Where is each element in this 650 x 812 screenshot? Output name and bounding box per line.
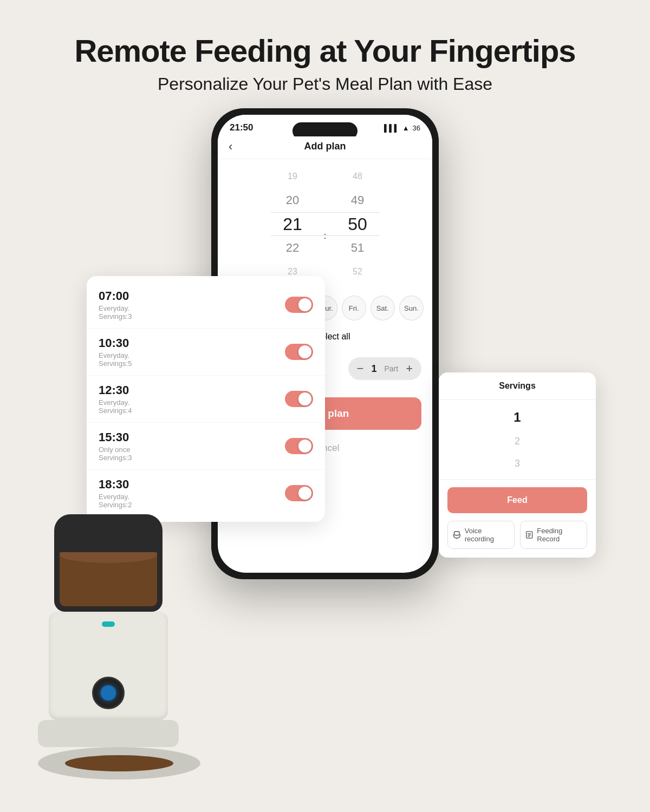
plan-info-5: 18:30 Everyday.Servings:2	[99, 477, 132, 509]
day-saturday[interactable]: Sat.	[370, 296, 395, 320]
app-title: Add plan	[304, 141, 346, 152]
wifi-icon: ▲	[402, 124, 410, 132]
main-subtitle: Personalize Your Pet's Meal Plan with Ea…	[0, 74, 650, 94]
day-friday[interactable]: Fri.	[342, 296, 366, 320]
svg-rect-0	[454, 532, 459, 535]
plan-info-2: 10:30 Everyday.Servings:5	[99, 336, 132, 368]
voice-recording-button[interactable]: Voice recording	[447, 521, 515, 549]
toggle-4[interactable]	[285, 438, 313, 454]
plan-list-overlay: 07:00 Everyday.Servings:3 10:30 Everyday…	[87, 276, 325, 522]
signal-icon: ▌▌▌	[384, 124, 399, 132]
serving-2[interactable]: 2	[439, 430, 596, 453]
time-picker-line	[271, 212, 379, 236]
page-header: Remote Feeding at Your Fingertips Person…	[0, 0, 650, 110]
toggle-1[interactable]	[285, 297, 313, 313]
toggle-2[interactable]	[285, 344, 313, 360]
toggle-3[interactable]	[285, 391, 313, 407]
minute-item: 52	[353, 260, 362, 284]
servings-title: Servings	[439, 372, 596, 400]
app-header: ‹ Add plan	[218, 136, 432, 159]
servings-popup: Servings 1 2 3 Feed Voice recording	[439, 372, 596, 558]
battery-icon: 36	[413, 124, 420, 132]
toggle-5[interactable]	[285, 485, 313, 501]
feeder-body	[38, 514, 179, 780]
quantity-value: 1	[371, 363, 376, 375]
serving-3[interactable]: 3	[439, 453, 596, 475]
quantity-control[interactable]: − 1 Part +	[348, 357, 421, 380]
feeder-base	[38, 720, 179, 747]
plan-time-2: 10:30	[99, 336, 132, 350]
pet-feeder	[27, 514, 190, 780]
phone-mockup: 21:50 ▌▌▌ ▲ 36 ‹ Add plan 19 20 21	[211, 108, 439, 579]
back-button[interactable]: ‹	[229, 140, 232, 154]
plan-info-1: 07:00 Everyday.Servings:3	[99, 289, 132, 320]
plan-time-3: 12:30	[99, 383, 132, 397]
increment-button[interactable]: +	[406, 362, 413, 376]
plan-item-3[interactable]: 12:30 Everyday.Servings:4	[87, 376, 325, 423]
plan-info-3: 12:30 Everyday.Servings:4	[99, 383, 132, 415]
hour-item: 19	[288, 165, 297, 188]
feed-button[interactable]: Feed	[447, 487, 587, 513]
plan-item-1[interactable]: 07:00 Everyday.Servings:3	[87, 281, 325, 329]
feeder-camera	[92, 677, 125, 709]
feeder-light	[102, 621, 115, 627]
serving-1[interactable]: 1	[439, 404, 596, 430]
feeder-bowl-food	[65, 755, 173, 771]
plan-item-4[interactable]: 15:30 Only onceServings:3	[87, 423, 325, 470]
feeder-bowl	[38, 747, 200, 780]
voice-recording-label: Voice recording	[465, 527, 510, 543]
status-bar: 21:50 ▌▌▌ ▲ 36	[218, 115, 432, 136]
bottom-actions: Voice recording Feeding Record	[447, 521, 587, 549]
main-title: Remote Feeding at Your Fingertips	[0, 32, 650, 69]
feeder-food	[60, 552, 157, 606]
phone-time: 21:50	[230, 122, 253, 133]
plan-time-1: 07:00	[99, 289, 132, 303]
plan-time-4: 15:30	[99, 430, 132, 444]
plan-item-2[interactable]: 10:30 Everyday.Servings:5	[87, 329, 325, 376]
quantity-unit: Part	[384, 364, 398, 373]
plan-details-4: Only onceServings:3	[99, 446, 132, 462]
feeding-record-button[interactable]: Feeding Record	[520, 521, 587, 549]
plan-details-3: Everyday.Servings:4	[99, 398, 132, 415]
minute-item: 49	[351, 188, 364, 212]
time-picker[interactable]: 19 20 21 22 23 : 48 49 50 51 52	[218, 159, 432, 289]
day-sunday[interactable]: Sun.	[399, 296, 424, 320]
feeder-middle	[49, 612, 168, 720]
plan-item-5[interactable]: 18:30 Everyday.Servings:2	[87, 470, 325, 516]
decrement-button[interactable]: −	[357, 362, 364, 376]
plan-details-1: Everyday.Servings:3	[99, 304, 132, 320]
hour-item: 22	[286, 236, 299, 260]
plan-time-5: 18:30	[99, 477, 132, 492]
plan-info-4: 15:30 Only onceServings:3	[99, 430, 132, 462]
minute-item: 51	[351, 236, 364, 260]
plan-details-2: Everyday.Servings:5	[99, 351, 132, 368]
plan-details-5: Everyday.Servings:2	[99, 493, 132, 509]
feeding-record-label: Feeding Record	[537, 527, 582, 543]
servings-list[interactable]: 1 2 3	[439, 400, 596, 480]
feeder-hopper	[54, 514, 162, 612]
status-icons: ▌▌▌ ▲ 36	[384, 124, 420, 132]
minute-item: 48	[353, 165, 362, 188]
hour-item: 20	[286, 188, 299, 212]
